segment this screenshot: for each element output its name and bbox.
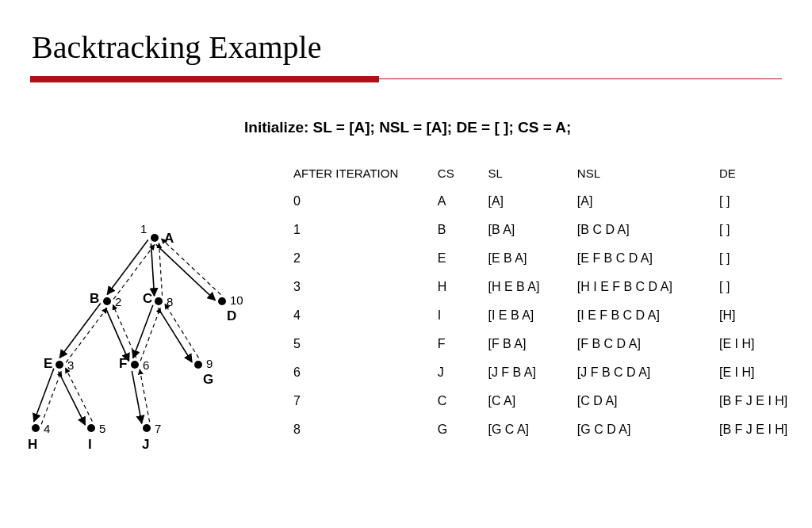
node-number: 2 [115, 295, 121, 308]
cell-nsl: [C D A] [577, 394, 719, 423]
slide-title: Backtracking Example [32, 29, 321, 66]
cell-nsl: [I E F B C D A] [577, 308, 719, 337]
rule-thin [379, 78, 782, 79]
node-dot-J [143, 424, 151, 432]
node-dot-D [218, 297, 226, 305]
cell-cs: J [438, 365, 488, 394]
cell-sl: [J F B A] [488, 365, 576, 394]
cell-cs: E [438, 251, 488, 280]
cell-nsl: [J F B C D A] [577, 365, 719, 394]
node-number: 1 [140, 222, 147, 235]
cell-nsl: [F B C D A] [577, 337, 719, 365]
node-letter: I [88, 437, 92, 452]
table-row: 8G[G C A][G C D A][B F J E I H] [293, 423, 812, 451]
cell-sl: [I E B A] [488, 308, 576, 337]
node-dot-C [155, 297, 163, 305]
rule-thick [30, 76, 379, 82]
node-dot-B [103, 297, 111, 305]
backtrack-edge [140, 308, 160, 361]
backtrack-edge [41, 371, 61, 424]
table-row: 2E[E B A][E F B C D A][ ] [293, 251, 812, 280]
node-letter: F [119, 356, 127, 371]
cell-nsl: [H I E F B C D A] [577, 280, 719, 308]
node-number: 6 [143, 358, 149, 372]
cell-sl: [H E B A] [488, 280, 576, 308]
cell-cs: G [438, 423, 488, 451]
node-number: 10 [230, 293, 243, 307]
search-tree-graph: 1A2B8C10D3E6F9G4H5I7J [16, 214, 262, 468]
node-number: 8 [167, 295, 173, 308]
cell-de: [H] [719, 308, 812, 337]
th-nsl: NSL [577, 166, 719, 194]
cell-iter: 7 [293, 394, 438, 423]
cell-de: [B F J E I H] [719, 423, 812, 451]
backtrack-edge [162, 239, 221, 294]
cell-iter: 4 [293, 308, 438, 337]
title-rule [30, 76, 782, 82]
table-header-row: AFTER ITERATION CS SL NSL DE [293, 166, 812, 194]
cell-cs: C [438, 394, 488, 423]
cell-cs: A [438, 194, 488, 223]
cell-cs: I [438, 308, 488, 337]
cell-de: [ ] [719, 251, 812, 280]
initialize-text: Initialize: SL = [A]; NSL = [A]; DE = [ … [244, 119, 571, 136]
tree-edge [158, 308, 192, 362]
backtrack-edge [159, 243, 162, 296]
table-row: 6J[J F B A][J F B C D A][E I H] [293, 365, 812, 394]
table-row: 3H[H E B A][H I E F B C D A][ ] [293, 280, 812, 308]
backtrack-edge [165, 304, 199, 358]
node-number: 5 [99, 422, 105, 435]
cell-cs: F [438, 337, 488, 365]
tree-edge [132, 371, 141, 423]
node-dot-H [32, 424, 40, 432]
cell-nsl: [A] [577, 194, 719, 223]
th-cs: CS [438, 166, 488, 194]
table-row: 4I[I E B A][I E F B C D A][H] [293, 308, 812, 337]
node-number: 9 [206, 357, 213, 370]
cell-iter: 6 [293, 365, 438, 394]
cell-iter: 3 [293, 280, 438, 308]
node-number: 3 [67, 358, 74, 372]
tree-edge [59, 304, 101, 358]
node-letter: G [203, 372, 213, 387]
cell-de: [E I H] [719, 337, 812, 365]
cell-iter: 1 [293, 223, 438, 251]
node-letter: H [28, 437, 37, 452]
node-dot-I [87, 424, 95, 432]
cell-iter: 8 [293, 423, 438, 451]
cell-iter: 5 [293, 337, 438, 365]
backtrack-edge [140, 369, 149, 422]
trace-table: AFTER ITERATION CS SL NSL DE 0A[A][A][ ]… [293, 166, 812, 451]
node-number: 4 [44, 422, 50, 435]
node-dot-E [56, 361, 63, 369]
node-number: 7 [155, 422, 161, 435]
cell-cs: H [438, 280, 488, 308]
th-sl: SL [488, 166, 576, 194]
table-row: 5F[F B A][F B C D A][E I H] [293, 337, 812, 365]
table-row: 7C[C A][C D A][B F J E I H] [293, 394, 812, 423]
node-dot-A [151, 234, 159, 242]
node-letter: E [44, 356, 52, 371]
tree-edge [133, 305, 153, 358]
cell-iter: 0 [293, 194, 438, 223]
cell-sl: [E B A] [488, 251, 576, 280]
cell-de: [ ] [719, 194, 812, 223]
tree-edge [107, 240, 148, 295]
cell-nsl: [G C D A] [577, 423, 719, 451]
th-de: DE [719, 166, 812, 194]
cell-sl: [A] [488, 194, 576, 223]
slide: Backtracking Example Initialize: SL = [A… [0, 0, 812, 528]
tree-edge [151, 243, 154, 296]
cell-sl: [F B A] [488, 337, 576, 365]
node-letter: J [142, 437, 149, 452]
node-letter: A [164, 231, 174, 246]
node-dot-F [131, 361, 139, 369]
backtrack-edge [66, 308, 107, 363]
cell-nsl: [E F B C D A] [577, 251, 719, 280]
cell-cs: B [438, 223, 488, 251]
cell-nsl: [B C D A] [577, 223, 719, 251]
node-letter: C [143, 291, 152, 306]
tree-edge [156, 244, 216, 300]
table-row: 0A[A][A][ ] [293, 194, 812, 223]
cell-de: [E I H] [719, 365, 812, 394]
